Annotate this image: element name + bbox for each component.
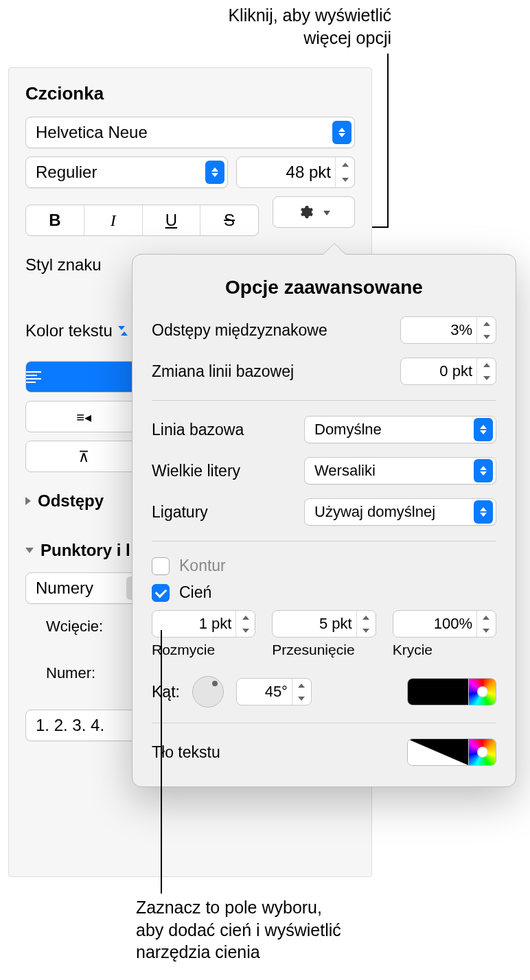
ligatures-value: Używaj domyślnej bbox=[314, 503, 435, 521]
opacity-stepper[interactable]: 100% bbox=[393, 610, 496, 638]
baseline-shift-value: 0 pkt bbox=[409, 362, 476, 380]
shadow-checkbox-row[interactable]: Cień bbox=[152, 583, 496, 602]
advanced-options-button[interactable] bbox=[273, 196, 355, 228]
text-bg-color-well[interactable] bbox=[407, 738, 496, 766]
font-size-stepper[interactable]: 48 pkt bbox=[236, 156, 355, 188]
callout-top: Kliknij, aby wyświetlić więcej opcji bbox=[228, 4, 391, 49]
updown-icon bbox=[118, 326, 128, 336]
color-wheel-icon[interactable] bbox=[468, 679, 496, 705]
divider bbox=[152, 723, 496, 723]
char-spacing-stepper[interactable]: 3% bbox=[400, 316, 496, 344]
blur-stepper[interactable]: 1 pkt bbox=[152, 610, 255, 638]
char-spacing-value: 3% bbox=[409, 321, 476, 339]
font-family-value: Helvetica Neue bbox=[36, 123, 148, 142]
caps-value: Wersaliki bbox=[314, 462, 376, 480]
angle-value: 45° bbox=[245, 683, 292, 701]
stepper-icon[interactable] bbox=[335, 157, 354, 187]
baseline-row: Linia bazowa Domyślne bbox=[152, 416, 496, 443]
align-left-icon bbox=[26, 371, 41, 383]
popover-title: Opcje zaawansowane bbox=[152, 277, 496, 299]
char-spacing-row: Odstępy międzyznakowe 3% bbox=[152, 316, 496, 344]
outline-label: Kontur bbox=[179, 557, 226, 575]
indent-label: Wcięcie: bbox=[46, 618, 103, 635]
updown-icon bbox=[474, 459, 493, 482]
caps-row: Wielkie litery Wersaliki bbox=[152, 457, 496, 485]
underline-button[interactable]: U bbox=[143, 205, 201, 235]
ligatures-row: Ligatury Używaj domyślnej bbox=[152, 498, 496, 526]
baseline-dropdown[interactable]: Domyślne bbox=[304, 416, 496, 443]
decrease-indent-button[interactable]: ≡◂ bbox=[26, 401, 141, 432]
stepper-icon[interactable] bbox=[292, 679, 311, 705]
updown-icon bbox=[474, 418, 493, 441]
divider bbox=[152, 400, 496, 401]
blur-label: Rozmycie bbox=[152, 642, 255, 658]
offset-value: 5 pkt bbox=[281, 615, 356, 633]
chevron-down-icon bbox=[25, 548, 34, 553]
vertical-align-segmented: ⊼ bbox=[25, 441, 142, 472]
baseline-shift-label: Zmiana linii bazowej bbox=[152, 362, 294, 381]
angle-row: Kąt: 45° bbox=[152, 676, 496, 708]
callout-bottom: Zaznacz to pole wyboru, aby dodać cień i… bbox=[136, 896, 341, 964]
ligatures-dropdown[interactable]: Używaj domyślnej bbox=[304, 498, 496, 526]
char-spacing-label: Odstępy międzyznakowe bbox=[152, 321, 327, 340]
chevron-right-icon bbox=[25, 497, 31, 505]
italic-button[interactable]: I bbox=[84, 205, 143, 235]
bullet-style-value: Numery bbox=[36, 579, 93, 598]
shadow-color-well[interactable] bbox=[407, 678, 496, 705]
baseline-shift-row: Zmiana linii bazowej 0 pkt bbox=[152, 358, 496, 385]
outline-checkbox[interactable] bbox=[152, 557, 170, 575]
align-top-button[interactable]: ⊼ bbox=[26, 441, 141, 471]
offset-stepper[interactable]: 5 pkt bbox=[272, 610, 376, 638]
text-bg-swatch[interactable] bbox=[408, 739, 468, 765]
font-style-dropdown[interactable]: Regulier bbox=[25, 156, 228, 188]
indent-left-icon: ≡◂ bbox=[76, 410, 91, 425]
font-family-dropdown[interactable]: Helvetica Neue bbox=[25, 117, 355, 148]
shadow-label: Cień bbox=[179, 583, 211, 602]
ligatures-label: Ligatury bbox=[152, 503, 208, 522]
baseline-shift-stepper[interactable]: 0 pkt bbox=[400, 358, 496, 385]
align-left-button[interactable] bbox=[26, 362, 141, 392]
spacing-label: Odstępy bbox=[38, 491, 104, 511]
stepper-icon[interactable] bbox=[356, 611, 376, 637]
bold-button[interactable]: B bbox=[26, 205, 84, 235]
font-size-value: 48 pkt bbox=[245, 163, 335, 182]
alignment-segmented bbox=[25, 361, 142, 393]
number-format-value: 1. 2. 3. 4. bbox=[36, 716, 104, 735]
indent-segmented: ≡◂ bbox=[25, 401, 142, 432]
shadow-checkbox[interactable] bbox=[152, 584, 170, 602]
opacity-value: 100% bbox=[402, 615, 476, 633]
font-style-segmented: B I U S bbox=[25, 205, 259, 236]
stepper-icon[interactable] bbox=[476, 317, 496, 343]
text-bg-row: Tło tekstu bbox=[152, 738, 496, 766]
strike-button[interactable]: S bbox=[200, 205, 258, 235]
caps-dropdown[interactable]: Wersaliki bbox=[304, 457, 496, 485]
shadow-color-swatch[interactable] bbox=[408, 679, 468, 705]
outline-checkbox-row[interactable]: Kontur bbox=[152, 557, 496, 575]
caps-label: Wielkie litery bbox=[152, 462, 240, 480]
bullet-style-dropdown[interactable]: Numery bbox=[25, 572, 149, 604]
offset-label: Przesunięcie bbox=[272, 642, 376, 658]
opacity-label: Krycie bbox=[393, 642, 496, 658]
divider bbox=[152, 541, 496, 541]
number-label: Numer: bbox=[46, 664, 95, 682]
section-font-title: Czcionka bbox=[25, 83, 355, 104]
stepper-icon[interactable] bbox=[235, 611, 255, 637]
updown-icon bbox=[205, 161, 224, 184]
shadow-controls: 1 pkt Rozmycie 5 pkt Przesunięcie 100% K… bbox=[152, 610, 496, 658]
angle-stepper[interactable]: 45° bbox=[236, 678, 312, 705]
callout-bottom-line bbox=[161, 630, 162, 894]
angle-dial[interactable] bbox=[192, 676, 224, 708]
updown-icon bbox=[332, 121, 352, 144]
stepper-icon[interactable] bbox=[476, 611, 496, 637]
stepper-icon[interactable] bbox=[476, 358, 496, 384]
baseline-value: Domyślne bbox=[314, 421, 382, 439]
font-style-value: Regulier bbox=[36, 163, 97, 182]
bullets-label: Punktory i l bbox=[41, 541, 130, 560]
callout-top-line-v bbox=[387, 54, 389, 226]
advanced-options-popover: Opcje zaawansowane Odstępy międzyznakowe… bbox=[132, 254, 516, 787]
color-wheel-icon[interactable] bbox=[468, 739, 496, 765]
blur-value: 1 pkt bbox=[161, 615, 235, 633]
align-top-icon: ⊼ bbox=[78, 448, 89, 465]
updown-icon bbox=[474, 500, 493, 524]
angle-label: Kąt: bbox=[152, 683, 180, 701]
